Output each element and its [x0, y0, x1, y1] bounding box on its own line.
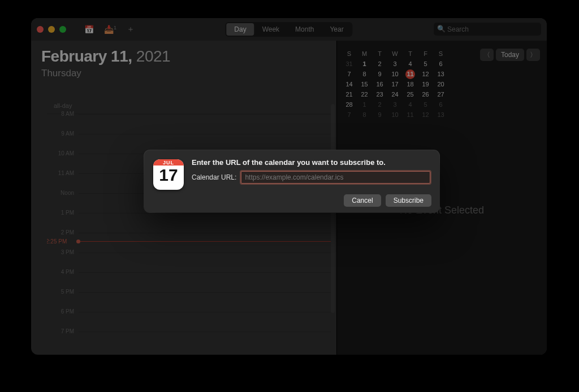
hour-label: 9 AM: [47, 130, 74, 137]
minimize-window-icon[interactable]: [48, 26, 55, 33]
mini-month-day[interactable]: 12: [418, 69, 433, 79]
view-year-button[interactable]: Year: [322, 23, 351, 36]
dialog-buttons: Cancel Subscribe: [344, 194, 431, 207]
hour-row[interactable]: 4 PM: [47, 272, 331, 292]
mini-month-day[interactable]: 28: [342, 99, 357, 110]
mini-month-day[interactable]: 10: [387, 69, 403, 79]
mini-month-day[interactable]: 18: [403, 79, 418, 89]
mini-month-day[interactable]: 1: [357, 99, 372, 110]
close-window-icon[interactable]: [37, 26, 44, 33]
mini-month-day[interactable]: 7: [342, 69, 357, 79]
chevron-right-icon: 〉: [530, 51, 537, 59]
url-row: Calendar URL:: [192, 171, 430, 184]
mini-month-day[interactable]: 5: [418, 59, 433, 69]
mini-month-day[interactable]: 8: [357, 110, 372, 120]
mini-month-day[interactable]: 6: [433, 59, 448, 69]
dow-header: W: [387, 49, 403, 59]
mini-month-day[interactable]: 9: [372, 110, 387, 120]
mini-month-day[interactable]: 15: [357, 79, 372, 89]
search-input[interactable]: [434, 23, 541, 36]
calendar-app-icon: JUL 17: [153, 159, 184, 190]
calendar-icon-day: 17: [159, 165, 178, 185]
mini-month-day[interactable]: 2: [372, 59, 387, 69]
mini-month-day[interactable]: 13: [433, 110, 448, 120]
mini-month-day[interactable]: 5: [418, 99, 433, 110]
cancel-button[interactable]: Cancel: [344, 194, 381, 207]
hour-row[interactable]: 8 AM: [47, 114, 331, 134]
calendar-window: 📅 📥1 ＋ DayWeekMonthYear 🔍 February 11, 2…: [31, 18, 547, 355]
mini-month-day[interactable]: 21: [342, 89, 357, 99]
url-label: Calendar URL:: [192, 173, 236, 181]
zoom-window-icon[interactable]: [59, 26, 66, 33]
mini-month-day[interactable]: 4: [403, 59, 418, 69]
mini-month[interactable]: SMTWTFS311234567891011121314151617181920…: [342, 49, 448, 120]
mini-month-day[interactable]: 17: [387, 79, 403, 89]
mini-month-day[interactable]: 11: [403, 69, 418, 79]
view-month-button[interactable]: Month: [287, 23, 322, 36]
mini-month-day[interactable]: 26: [418, 89, 433, 99]
add-event-button[interactable]: ＋: [123, 22, 138, 37]
calendars-toggle-button[interactable]: 📅: [81, 23, 97, 36]
mini-month-day[interactable]: 2: [372, 99, 387, 110]
calendar-url-input[interactable]: [241, 171, 430, 184]
mini-month-day[interactable]: 1: [357, 59, 372, 69]
view-day-button[interactable]: Day: [226, 23, 254, 36]
date-title: February 11, 2021: [41, 47, 326, 66]
prev-month-button[interactable]: 〈: [480, 49, 494, 61]
hour-label: 8 AM: [47, 111, 74, 117]
hour-label: 11 AM: [47, 170, 74, 176]
view-switcher[interactable]: DayWeekMonthYear: [225, 22, 352, 37]
mini-month-day[interactable]: 25: [403, 89, 418, 99]
mini-month-day[interactable]: 27: [433, 89, 448, 99]
now-indicator-line: [79, 241, 331, 242]
hour-label: 10 AM: [47, 150, 74, 156]
dow-header: M: [357, 49, 372, 59]
mini-month-day[interactable]: 31: [342, 59, 357, 69]
plus-icon: ＋: [127, 24, 135, 33]
mini-month-day[interactable]: 22: [357, 89, 372, 99]
mini-month-day[interactable]: 4: [403, 99, 418, 110]
mini-month-day[interactable]: 3: [387, 99, 403, 110]
mini-month-day[interactable]: 3: [387, 59, 403, 69]
view-week-button[interactable]: Week: [254, 23, 287, 36]
dow-header: S: [433, 49, 448, 59]
hour-row[interactable]: 6 PM: [47, 312, 331, 332]
mini-month-day[interactable]: 14: [342, 79, 357, 89]
now-indicator-dot: [76, 239, 80, 243]
mini-month-day[interactable]: 8: [357, 69, 372, 79]
dow-header: F: [418, 49, 433, 59]
mini-month-day[interactable]: 10: [387, 110, 403, 120]
next-month-button[interactable]: 〉: [526, 49, 540, 61]
traffic-lights: [37, 26, 66, 33]
subscribe-button[interactable]: Subscribe: [386, 194, 431, 207]
inbox-button[interactable]: 📥1: [101, 23, 120, 36]
dow-header: S: [342, 49, 357, 59]
hour-label: 5 PM: [47, 289, 74, 295]
mini-month-day[interactable]: 7: [342, 110, 357, 120]
mini-month-day[interactable]: 6: [433, 99, 448, 110]
dow-header: T: [403, 49, 418, 59]
date-title-year: 2021: [136, 47, 170, 65]
mini-month-day[interactable]: 24: [387, 89, 403, 99]
hour-row[interactable]: 1 PM: [47, 213, 331, 233]
mini-month-day[interactable]: 12: [418, 110, 433, 120]
day-grid[interactable]: all-day 8 AM9 AM10 AM11 AMNoon1 PM2 PM3 …: [47, 101, 331, 355]
mini-month-day[interactable]: 20: [433, 79, 448, 89]
hour-label: 2 PM: [47, 229, 74, 236]
hour-row[interactable]: 3 PM: [47, 252, 331, 272]
day-grid-scrollbar[interactable]: [331, 104, 335, 349]
dow-header: T: [372, 49, 387, 59]
mini-month-day[interactable]: 23: [372, 89, 387, 99]
mini-month-day[interactable]: 13: [433, 69, 448, 79]
mini-month-day[interactable]: 9: [372, 69, 387, 79]
all-day-row[interactable]: all-day: [47, 101, 331, 114]
hour-row[interactable]: 7 PM: [47, 332, 331, 351]
search-icon: 🔍: [437, 25, 446, 33]
mini-month-day[interactable]: 16: [372, 79, 387, 89]
hour-row[interactable]: 5 PM: [47, 292, 331, 312]
mini-month-day[interactable]: 11: [403, 110, 418, 120]
hour-row[interactable]: 2 PM: [47, 233, 331, 252]
today-button[interactable]: Today: [496, 49, 524, 61]
mini-month-day[interactable]: 19: [418, 79, 433, 89]
hour-label: 4 PM: [47, 269, 74, 275]
